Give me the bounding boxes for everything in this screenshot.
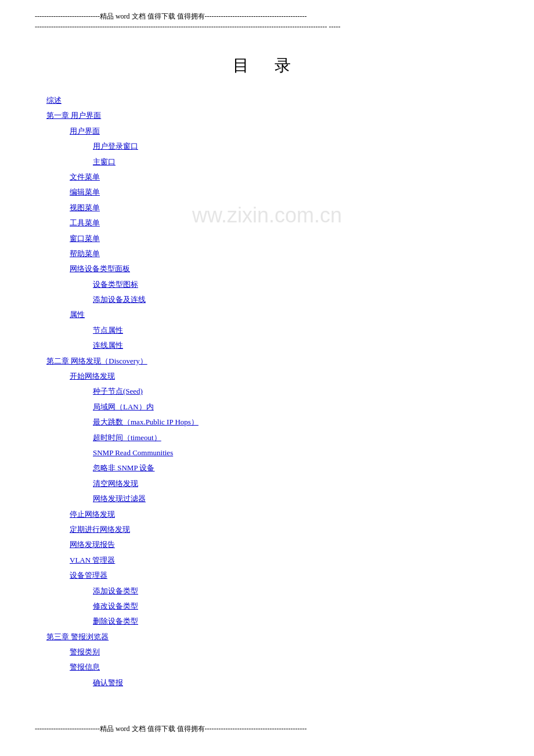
- toc-link[interactable]: 工具菜单: [70, 218, 100, 227]
- toc-item: 最大跳数（max.Public IP Hops）: [93, 416, 499, 429]
- toc-item: 网络设备类型面板: [70, 262, 499, 275]
- toc-item: 清空网络发现: [93, 477, 499, 490]
- toc-link[interactable]: 用户界面: [70, 127, 100, 135]
- toc-item: 编辑菜单: [70, 186, 499, 199]
- page-title: 目 录: [35, 55, 499, 77]
- toc-item: 定期进行网络发现: [70, 523, 499, 536]
- toc-link[interactable]: 种子节点(Seed): [93, 387, 143, 395]
- toc-link[interactable]: 设备类型图标: [93, 280, 138, 289]
- toc-item: VLAN 管理器: [70, 554, 499, 567]
- toc-link[interactable]: 停止网络发现: [70, 510, 115, 519]
- toc-item: 文件菜单: [70, 171, 499, 183]
- toc-item: 节点属性: [93, 324, 499, 337]
- toc-link[interactable]: 超时时间（timeout）: [93, 433, 161, 442]
- toc-link[interactable]: 网络发现过滤器: [93, 494, 146, 503]
- toc-link[interactable]: 定期进行网络发现: [70, 525, 130, 534]
- toc-item: 忽略非 SNMP 设备: [93, 462, 499, 474]
- toc-item: 窗口菜单: [70, 232, 499, 245]
- toc-link[interactable]: 清空网络发现: [93, 479, 138, 488]
- toc-link[interactable]: VLAN 管理器: [70, 556, 115, 564]
- toc-item: 删除设备类型: [93, 615, 499, 628]
- toc-link[interactable]: 警报类别: [70, 647, 100, 656]
- toc-link[interactable]: 添加设备类型: [93, 586, 138, 595]
- page-container: ----------------------------精品 word 文档 值…: [0, 0, 534, 746]
- toc-item: 设备管理器: [70, 569, 499, 582]
- toc-item: 用户界面: [70, 125, 499, 138]
- toc-item: 帮助菜单: [70, 247, 499, 260]
- toc-item: 属性: [70, 308, 499, 321]
- toc-link[interactable]: 编辑菜单: [70, 188, 100, 196]
- toc-item: 确认警报: [93, 676, 499, 689]
- toc-item: 警报信息: [70, 661, 499, 674]
- toc-link[interactable]: 添加设备及连线: [93, 295, 146, 304]
- toc-link[interactable]: 主窗口: [93, 157, 116, 166]
- toc-item: 超时时间（timeout）: [93, 431, 499, 444]
- toc-link[interactable]: 用户登录窗口: [93, 142, 138, 150]
- toc-link[interactable]: 第一章 用户界面: [46, 111, 101, 120]
- toc-item: 用户登录窗口: [93, 140, 499, 153]
- footer-banner: ----------------------------精品 word 文档 值…: [35, 724, 499, 734]
- toc-link[interactable]: 网络设备类型面板: [70, 264, 130, 273]
- toc-link[interactable]: 最大跳数（max.Public IP Hops）: [93, 417, 199, 426]
- toc-item: 第二章 网络发现（Discovery）: [46, 355, 499, 368]
- toc-item: 停止网络发现: [70, 508, 499, 521]
- toc-item: 综述: [46, 94, 499, 107]
- toc-item: 局域网（LAN）内: [93, 401, 499, 413]
- toc-link[interactable]: 节点属性: [93, 326, 123, 334]
- toc-link[interactable]: 修改设备类型: [93, 602, 138, 610]
- toc-link[interactable]: 窗口菜单: [70, 234, 100, 243]
- toc-item: 视图菜单: [70, 201, 499, 214]
- toc-link[interactable]: 删除设备类型: [93, 617, 138, 625]
- toc-link[interactable]: 综述: [46, 96, 62, 105]
- toc-link[interactable]: 连线属性: [93, 341, 123, 350]
- toc-link[interactable]: 确认警报: [93, 678, 123, 687]
- toc-item: 添加设备及连线: [93, 293, 499, 306]
- toc-item: 连线属性: [93, 339, 499, 352]
- toc-link[interactable]: 视图菜单: [70, 203, 100, 212]
- toc-link[interactable]: 第三章 警报浏览器: [46, 632, 109, 641]
- toc-item: 开始网络发现: [70, 370, 499, 383]
- toc-item: 网络发现过滤器: [93, 492, 499, 505]
- toc-item: 设备类型图标: [93, 278, 499, 291]
- toc-link[interactable]: 开始网络发现: [70, 372, 115, 380]
- toc-link[interactable]: 网络发现报告: [70, 540, 115, 549]
- toc-item: 主窗口: [93, 156, 499, 168]
- toc-link[interactable]: 属性: [70, 310, 85, 319]
- toc-link[interactable]: 忽略非 SNMP 设备: [93, 463, 154, 472]
- header-banner-1: ----------------------------精品 word 文档 值…: [35, 12, 499, 21]
- toc-item: 修改设备类型: [93, 600, 499, 613]
- toc-link[interactable]: 局域网（LAN）内: [93, 402, 154, 411]
- toc-link[interactable]: SNMP Read Communities: [93, 448, 173, 457]
- toc-item: 第三章 警报浏览器: [46, 631, 499, 643]
- toc-link[interactable]: 第二章 网络发现（Discovery）: [46, 357, 147, 365]
- toc-item: 工具菜单: [70, 217, 499, 229]
- toc-item: 网络发现报告: [70, 538, 499, 551]
- toc-link[interactable]: 帮助菜单: [70, 249, 100, 258]
- toc-item: 第一章 用户界面: [46, 109, 499, 122]
- toc-item: SNMP Read Communities: [93, 447, 499, 459]
- header-banner-2: ----------------------------------------…: [35, 23, 499, 31]
- table-of-contents: 综述第一章 用户界面用户界面用户登录窗口主窗口文件菜单编辑菜单视图菜单工具菜单窗…: [46, 94, 499, 689]
- toc-link[interactable]: 警报信息: [70, 663, 100, 671]
- toc-item: 种子节点(Seed): [93, 385, 499, 398]
- toc-item: 添加设备类型: [93, 585, 499, 597]
- toc-item: 警报类别: [70, 646, 499, 658]
- toc-link[interactable]: 设备管理器: [70, 571, 107, 579]
- toc-link[interactable]: 文件菜单: [70, 172, 100, 181]
